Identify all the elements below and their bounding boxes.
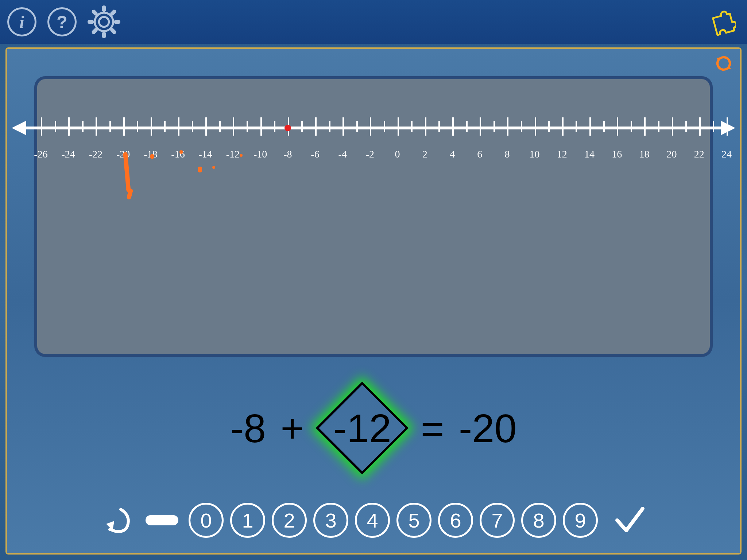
tick-label: 10 <box>530 148 540 160</box>
tick <box>342 117 344 136</box>
tick <box>96 117 97 136</box>
tick-label: 24 <box>721 148 732 160</box>
tick <box>205 117 207 136</box>
drawing-dot <box>198 167 202 172</box>
number-line-marker[interactable] <box>285 125 291 131</box>
tick-label: -8 <box>283 148 292 160</box>
main-area: -26-24-22-20-18-16-14-12-10-8-6-4-202468… <box>5 47 742 555</box>
tick <box>219 121 221 132</box>
refresh-button[interactable] <box>715 54 733 73</box>
tick-label: 8 <box>504 148 510 160</box>
tick <box>260 117 262 136</box>
puzzle-icon[interactable] <box>707 7 736 36</box>
tick <box>658 121 659 132</box>
tick <box>425 117 426 136</box>
svg-point-0 <box>99 17 109 27</box>
tick <box>329 121 330 132</box>
keypad: 0123456789 <box>7 498 740 542</box>
tick <box>384 121 385 132</box>
equation-equals: = <box>421 405 444 451</box>
tick <box>535 117 536 136</box>
tick <box>411 121 413 132</box>
tick <box>548 121 550 132</box>
tick <box>123 117 125 136</box>
settings-button[interactable] <box>88 5 120 38</box>
number-line-panel[interactable]: -26-24-22-20-18-16-14-12-10-8-6-4-202468… <box>34 76 713 357</box>
tick <box>438 121 440 132</box>
digit-1-button[interactable]: 1 <box>230 503 265 538</box>
info-button[interactable]: i <box>7 7 36 36</box>
drawing-dot <box>179 150 183 154</box>
tick <box>274 121 275 132</box>
help-icon: ? <box>57 12 67 32</box>
undo-button[interactable] <box>99 502 135 538</box>
digit-6-button[interactable]: 6 <box>438 503 473 538</box>
tick-label: -16 <box>171 148 185 160</box>
tick-label: 22 <box>694 148 704 160</box>
tick-label: -12 <box>226 148 240 160</box>
tick <box>699 117 701 136</box>
svg-rect-3 <box>102 32 106 38</box>
tick <box>507 117 508 136</box>
drawing-dot <box>212 166 215 169</box>
digit-5-button[interactable]: 5 <box>396 503 431 538</box>
equation: -8 + -12 = -20 <box>7 384 740 472</box>
tick-label: 4 <box>450 148 455 160</box>
tick <box>672 117 673 136</box>
info-icon: i <box>19 12 24 32</box>
tick <box>576 121 577 132</box>
tick <box>398 117 399 136</box>
equation-operator: + <box>280 405 304 451</box>
digit-4-button[interactable]: 4 <box>355 503 390 538</box>
digit-9-button[interactable]: 9 <box>563 503 598 538</box>
tick-label: 2 <box>422 148 427 160</box>
tick <box>41 117 42 136</box>
tick <box>178 117 179 136</box>
tick <box>192 121 193 132</box>
digit-0-button[interactable]: 0 <box>189 503 224 538</box>
drawing-dot <box>150 154 154 159</box>
tick <box>685 121 687 132</box>
tick <box>137 121 138 132</box>
tick <box>55 121 56 132</box>
arrow-right-icon <box>721 121 735 135</box>
tick <box>68 117 70 136</box>
tick-label: 16 <box>612 148 622 160</box>
tick <box>301 121 303 132</box>
svg-rect-2 <box>102 6 106 11</box>
tick-label: 18 <box>639 148 649 160</box>
tick <box>82 121 84 132</box>
svg-rect-4 <box>88 20 93 24</box>
number-line: -26-24-22-20-18-16-14-12-10-8-6-4-202468… <box>23 127 724 129</box>
equation-operand1: -8 <box>230 405 266 451</box>
tick <box>370 117 371 136</box>
drawing-dot <box>240 154 243 157</box>
digit-3-button[interactable]: 3 <box>313 503 348 538</box>
tick-label: 14 <box>584 148 595 160</box>
help-button[interactable]: ? <box>47 7 77 36</box>
submit-button[interactable] <box>612 502 648 538</box>
tick <box>109 121 111 132</box>
tick <box>164 121 166 132</box>
svg-point-1 <box>95 13 113 31</box>
digit-7-button[interactable]: 7 <box>480 503 515 538</box>
tick <box>631 121 632 132</box>
tick <box>151 117 152 136</box>
tick <box>603 121 605 132</box>
equation-input-value: -12 <box>333 405 391 451</box>
tick <box>466 121 468 132</box>
tick <box>562 117 564 136</box>
equation-input-slot[interactable]: -12 <box>311 388 413 468</box>
tick-label: 0 <box>395 148 400 160</box>
equation-result: -20 <box>459 405 517 451</box>
tick <box>727 117 728 136</box>
tick <box>356 121 358 132</box>
tick <box>644 117 646 136</box>
tick-label: -6 <box>311 148 319 160</box>
digit-2-button[interactable]: 2 <box>272 503 307 538</box>
digit-8-button[interactable]: 8 <box>521 503 556 538</box>
tick <box>247 121 248 132</box>
minus-button[interactable] <box>146 515 178 525</box>
tick-label: -24 <box>62 148 75 160</box>
tick-label: 12 <box>557 148 567 160</box>
